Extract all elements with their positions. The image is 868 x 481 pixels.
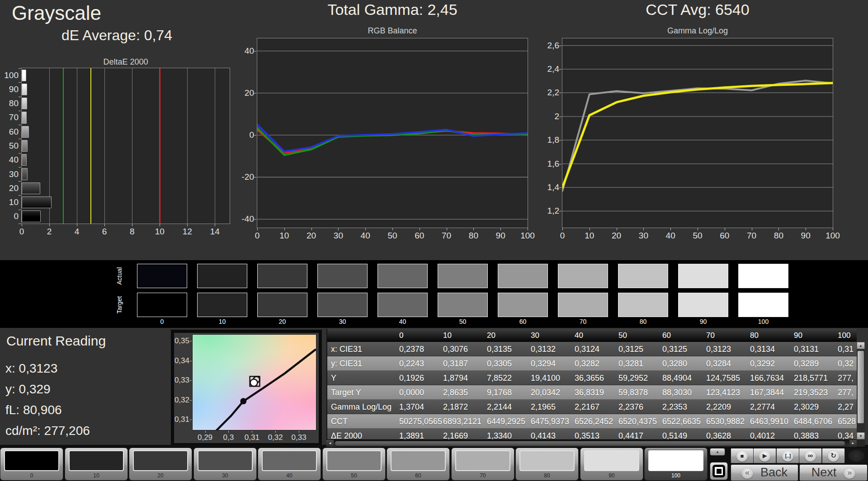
scroll-right-button[interactable]: ►: [849, 440, 857, 447]
scroll-down-arrow-button[interactable]: ▼: [857, 432, 865, 439]
gamma-ytick: [559, 211, 561, 211]
measurement-table: 0102030405060708090100x: CIE310,23780,30…: [326, 329, 857, 439]
table-cell: 2,27: [838, 400, 857, 414]
rgb-xtick: [392, 228, 393, 230]
gamma-ytick-label: 1,4: [539, 182, 559, 192]
table-vscrollbar[interactable]: ▲▼: [857, 342, 865, 439]
frame-step-button[interactable]: [‥]: [776, 448, 799, 463]
gamma-ytick: [559, 69, 561, 70]
table-cell: 0,3292: [750, 356, 792, 371]
deltae-gridline: [77, 68, 77, 224]
pattern-tile-30[interactable]: 30: [193, 448, 257, 481]
table-cell: 277,: [838, 371, 857, 385]
deltae-xtick: [77, 224, 77, 226]
gamma-xtick-label: 100: [823, 231, 843, 241]
table-cell: 219,3523: [794, 385, 836, 400]
rgb-balance-chart: [257, 38, 528, 228]
pattern-tile-90[interactable]: 90: [580, 448, 643, 481]
cie-ytick-label: 0,33: [172, 376, 189, 384]
deltae-ytick: [19, 68, 21, 69]
deltae-xtick: [22, 224, 22, 226]
play-button[interactable]: ▶: [753, 448, 776, 463]
pattern-tile-20[interactable]: 20: [129, 448, 192, 481]
target-swatch-50: [438, 293, 488, 317]
table-col-header: 50: [618, 329, 659, 342]
pattern-tile-50[interactable]: 50: [322, 448, 386, 481]
pattern-tile-100[interactable]: 100: [644, 448, 708, 481]
scroll-up-button[interactable]: ▲: [710, 448, 725, 456]
actual-swatch-60: [498, 264, 548, 288]
rgb-xtick: [338, 228, 339, 230]
refresh-button[interactable]: ↻: [822, 448, 845, 463]
back-button[interactable]: « Back: [731, 464, 798, 481]
scroll-up-arrow-button[interactable]: ▲: [857, 342, 865, 349]
table-cell: 88,4904: [662, 371, 704, 385]
loop-button[interactable]: ∞: [799, 448, 822, 463]
target-swatch-60: [498, 293, 548, 317]
pattern-tile-40[interactable]: 40: [258, 448, 321, 481]
pattern-tile-0[interactable]: 0: [0, 448, 63, 481]
rgb-ytick: [254, 51, 256, 51]
table-cell: 6526,2452: [575, 414, 617, 429]
table-cell: 0,3187: [443, 356, 485, 371]
deltae-ytick: [19, 82, 21, 83]
table-cell: 1,3340: [487, 429, 529, 439]
table-col-header: 80: [750, 329, 790, 342]
gamma-xtick-label: 10: [580, 231, 599, 241]
gamma-xtick-label: 90: [796, 231, 816, 241]
scroll-left-button[interactable]: ◄: [326, 440, 334, 447]
next-button[interactable]: Next »: [799, 464, 868, 481]
grayscale-swatch-band: 0102030405060708090100ActualTarget: [0, 260, 868, 328]
pattern-tile-80[interactable]: 80: [515, 448, 579, 481]
actual-row-label: Actual: [116, 263, 124, 289]
target-swatch-80: [618, 293, 668, 317]
back-chevron-icon: «: [741, 467, 753, 479]
table-cell: 0,3282: [575, 356, 617, 371]
actual-swatch-0: [137, 264, 187, 288]
target-swatch-30: [317, 293, 368, 317]
actual-swatch-70: [558, 264, 608, 288]
gamma-ytick-label: 1,6: [539, 159, 559, 169]
table-cell: 2,2209: [706, 400, 748, 414]
pattern-window-icon: [712, 465, 725, 477]
rgb-xtick: [500, 228, 501, 230]
rgb-xtick: [365, 228, 366, 230]
band-level-label: 10: [197, 318, 247, 325]
pattern-tile-60[interactable]: 60: [387, 448, 450, 481]
gamma-xtick: [725, 228, 725, 230]
deltae-ytick-label: 20: [0, 183, 19, 193]
table-cell: 2,2144: [487, 400, 529, 414]
table-cell: 6463,9910: [750, 414, 792, 429]
rgb-xtick: [473, 228, 474, 230]
band-level-label: 100: [738, 318, 788, 325]
gamma-xtick: [806, 228, 806, 230]
table-hscrollbar[interactable]: ◄►: [326, 439, 857, 447]
pattern-tile-10[interactable]: 10: [65, 448, 128, 481]
table-col-header: 70: [706, 329, 746, 342]
pattern-window-button[interactable]: [710, 462, 728, 480]
total-gamma-value: Total Gamma: 2,45: [257, 1, 528, 19]
vscroll-thumb[interactable]: [858, 351, 864, 423]
table-cell: 0,0000: [399, 385, 441, 400]
table-row: CCT50275,05656893,21216449,29256475,9373…: [327, 414, 857, 429]
deltae-xtick: [160, 224, 160, 226]
back-label: Back: [760, 466, 788, 480]
tile-swatch: [198, 450, 253, 471]
pattern-tile-70[interactable]: 70: [451, 448, 514, 481]
stop-button[interactable]: ■: [731, 448, 754, 463]
de-average-value: dE Average: 0,74: [61, 27, 172, 44]
deltae-xtick-label: 14: [206, 227, 224, 237]
gamma-loglog-chart: [562, 38, 833, 228]
deltae-xtick: [187, 224, 188, 226]
table-cell: 0,3134: [750, 342, 792, 356]
next-label: Next: [811, 466, 837, 480]
table-cell: 167,3844: [750, 385, 792, 400]
gamma-xtick: [590, 228, 590, 230]
table-cell: 7,8522: [487, 371, 529, 385]
next-chevron-icon: »: [844, 467, 855, 479]
table-cell: 0,3883: [794, 429, 836, 439]
deltae-limit-line-good: [63, 68, 64, 224]
hscroll-thumb[interactable]: [335, 441, 845, 446]
table-cell: 2,1669: [443, 429, 485, 439]
deltae-ytick-label: 60: [0, 127, 19, 137]
